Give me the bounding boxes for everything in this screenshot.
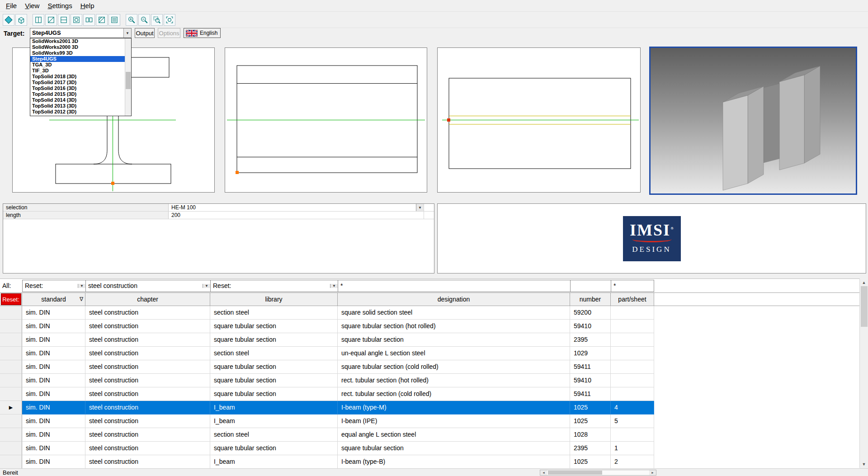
target-format-option[interactable]: TopSolid 2012 (3D)	[30, 109, 125, 115]
designation-filter-input[interactable]: *	[338, 280, 571, 292]
column-header-part-sheet[interactable]: part/sheet	[611, 293, 654, 306]
table-row[interactable]: sim. DINsteel constructionsquare tubular…	[0, 387, 859, 401]
scrollbar-thumb[interactable]	[548, 471, 602, 475]
target-dropdown-list[interactable]: SolidWorks2001 3DSolidWorks2000 3DSolidW…	[30, 38, 132, 116]
insert-part-icon[interactable]	[3, 14, 14, 26]
mirror-view-icon[interactable]	[83, 14, 95, 26]
cell-part-sheet[interactable]	[611, 320, 654, 333]
dropdown-scrollbar[interactable]	[125, 38, 131, 116]
cell-part-sheet[interactable]	[611, 387, 654, 401]
cell-library[interactable]: I_beam	[210, 401, 338, 415]
menu-settings[interactable]: Settings	[43, 0, 76, 11]
table-row[interactable]: sim. DINsteel constructionsquare tubular…	[0, 442, 859, 455]
cell-part-sheet[interactable]	[611, 374, 654, 387]
menu-view[interactable]: View	[21, 0, 43, 11]
cell-number[interactable]: 59411	[570, 360, 611, 374]
chapter-filter-combo[interactable]: steel construction ▼	[85, 280, 211, 292]
front-view-icon[interactable]	[33, 14, 44, 26]
table-row[interactable]: sim. DINsteel constructionI_beamI-beam (…	[0, 455, 859, 468]
cell-part-sheet[interactable]	[611, 428, 654, 442]
cell-chapter[interactable]: steel construction	[85, 428, 210, 442]
cell-designation[interactable]: square tubular section (hot rolled)	[338, 320, 570, 333]
cell-part-sheet[interactable]	[611, 306, 654, 320]
cell-part-sheet[interactable]: 4	[611, 401, 654, 415]
table-horizontal-scrollbar[interactable]: ◄ ►	[540, 470, 656, 476]
cell-number[interactable]: 1025	[570, 415, 611, 428]
cell-designation[interactable]: I-beam (type-B)	[338, 455, 570, 468]
cell-number[interactable]: 1025	[570, 455, 611, 468]
cell-chapter[interactable]: steel construction	[85, 455, 210, 468]
language-selector[interactable]: English	[184, 28, 221, 38]
row-selector[interactable]	[0, 333, 22, 347]
cell-standard[interactable]: sim. DIN	[22, 455, 85, 468]
length-field[interactable]: 200	[169, 212, 424, 219]
list-view-icon[interactable]	[108, 14, 120, 26]
cell-number[interactable]: 59200	[570, 306, 611, 320]
cell-standard[interactable]: sim. DIN	[22, 360, 85, 374]
column-header-library[interactable]: library	[210, 293, 338, 306]
row-selector[interactable]: ▶	[0, 401, 22, 415]
cell-chapter[interactable]: steel construction	[85, 401, 210, 415]
target-format-option[interactable]: TopSolid 2014 (3D)	[30, 97, 125, 103]
section-view-icon[interactable]	[45, 14, 57, 26]
cell-designation[interactable]: rect. tubular section (hot rolled)	[338, 374, 570, 387]
row-selector[interactable]	[0, 360, 22, 374]
target-format-option[interactable]: TopSolid 2015 (3D)	[30, 91, 125, 97]
target-format-option[interactable]: TopSolid 2013 (3D)	[30, 103, 125, 109]
part-sheet-filter-input[interactable]: *	[611, 280, 654, 292]
cell-part-sheet[interactable]: 2	[611, 455, 654, 468]
cell-chapter[interactable]: steel construction	[85, 320, 210, 333]
cell-library[interactable]: square tubular section	[210, 442, 338, 455]
cell-standard[interactable]: sim. DIN	[22, 320, 85, 333]
scroll-left-icon[interactable]: ◄	[540, 470, 547, 475]
cell-designation[interactable]: I-beam (IPE)	[338, 415, 570, 428]
filter-funnel-icon[interactable]: ∇	[80, 296, 83, 302]
column-header-designation[interactable]: designation	[338, 293, 570, 306]
cell-standard[interactable]: sim. DIN	[22, 374, 85, 387]
cell-designation[interactable]: square tubular section (cold rolled)	[338, 360, 570, 374]
target-format-option[interactable]: TIF_3D	[30, 68, 125, 74]
target-format-option[interactable]: TGA_3D	[30, 62, 125, 68]
cell-chapter[interactable]: steel construction	[85, 360, 210, 374]
cell-chapter[interactable]: steel construction	[85, 374, 210, 387]
selection-combobox[interactable]: HE-M 100 ▼	[169, 204, 424, 211]
cell-chapter[interactable]: steel construction	[85, 306, 210, 320]
row-selector[interactable]	[0, 387, 22, 401]
cell-designation[interactable]: equal angle L section steel	[338, 428, 570, 442]
table-row[interactable]: sim. DINsteel constructionI_beamI-beam (…	[0, 415, 859, 428]
table-row[interactable]: sim. DINsteel constructionsquare tubular…	[0, 320, 859, 333]
target-format-option[interactable]: TopSolid 2016 (3D)	[30, 85, 125, 91]
cell-standard[interactable]: sim. DIN	[22, 428, 85, 442]
side-view-panel[interactable]	[225, 47, 427, 193]
options-button[interactable]: Options	[158, 28, 180, 38]
scrollbar-track[interactable]	[547, 470, 649, 475]
target-format-option[interactable]: SolidWorks99 3D	[30, 50, 125, 56]
cell-chapter[interactable]: steel construction	[85, 387, 210, 401]
cell-standard[interactable]: sim. DIN	[22, 347, 85, 360]
library-filter-combo[interactable]: Reset: ▼	[210, 280, 338, 292]
target-format-option[interactable]: SolidWorks2000 3D	[30, 44, 125, 50]
cell-part-sheet[interactable]	[611, 333, 654, 347]
cell-standard[interactable]: sim. DIN	[22, 415, 85, 428]
cell-standard[interactable]: sim. DIN	[22, 333, 85, 347]
target-format-combobox[interactable]: Step4UGS ▼	[30, 28, 132, 38]
cell-number[interactable]: 1029	[570, 347, 611, 360]
scroll-right-icon[interactable]: ►	[649, 470, 656, 475]
cell-library[interactable]: I_beam	[210, 415, 338, 428]
table-row[interactable]: ▶sim. DINsteel constructionI_beamI-beam …	[0, 401, 859, 415]
cell-number[interactable]: 1028	[570, 428, 611, 442]
scroll-up-icon[interactable]: ▲	[860, 278, 868, 286]
cell-standard[interactable]: sim. DIN	[22, 442, 85, 455]
cell-chapter[interactable]: steel construction	[85, 333, 210, 347]
row-selector[interactable]	[0, 415, 22, 428]
row-selector[interactable]	[0, 428, 22, 442]
scroll-down-icon[interactable]: ▼	[860, 460, 868, 468]
cell-library[interactable]: square tubular section	[210, 333, 338, 347]
cell-standard[interactable]: sim. DIN	[22, 306, 85, 320]
chevron-down-icon[interactable]: ▼	[78, 284, 85, 288]
table-row[interactable]: sim. DINsteel constructionsection steele…	[0, 428, 859, 442]
cell-part-sheet[interactable]	[611, 347, 654, 360]
column-header-standard[interactable]: standard ∇	[22, 293, 85, 306]
number-filter-input[interactable]	[570, 280, 611, 292]
detail-view-icon[interactable]	[71, 14, 82, 26]
